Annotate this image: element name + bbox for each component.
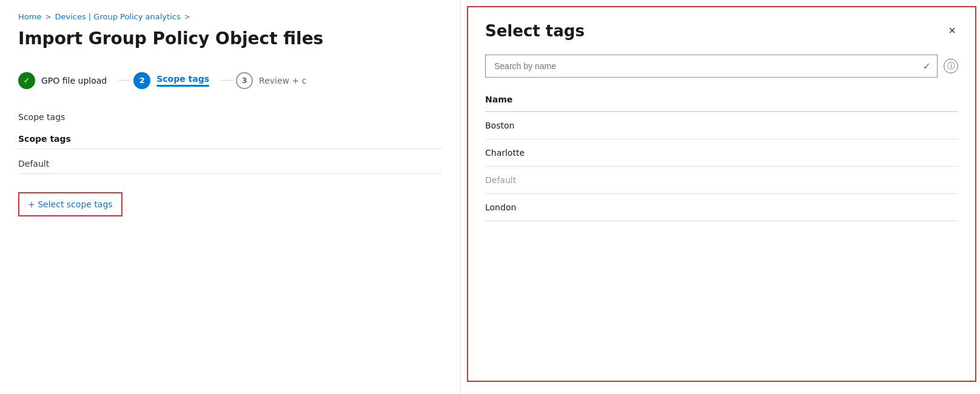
dialog-title: Select tags <box>485 22 585 40</box>
table-header-row: Name <box>485 87 958 112</box>
step1-label: GPO file upload <box>41 76 107 85</box>
step-scope-tags[interactable]: 2 Scope tags <box>133 67 219 94</box>
step2-label-wrapper: Scope tags <box>156 74 209 87</box>
select-scope-tags-button[interactable]: + Select scope tags <box>18 192 122 216</box>
breadcrumb: Home > Devices | Group Policy analytics … <box>18 12 442 21</box>
page-title: Import Group Policy Object files <box>18 28 442 49</box>
breadcrumb-sep1: > <box>45 13 51 21</box>
info-icon[interactable]: ⓘ <box>944 59 958 73</box>
tag-row[interactable]: London <box>485 194 958 221</box>
step-divider-1 <box>119 80 131 81</box>
step-divider-2 <box>221 80 233 81</box>
breadcrumb-sep2: > <box>184 13 190 21</box>
right-panel: Select tags × ✓ ⓘ Name BostonCharlotteDe… <box>461 0 980 394</box>
scope-tags-section: Scope tags Default <box>18 134 442 174</box>
step3-circle: 3 <box>236 72 253 89</box>
breadcrumb-devices[interactable]: Devices | Group Policy analytics <box>55 12 180 21</box>
search-input-wrapper: ✓ <box>485 55 938 78</box>
step1-circle: ✓ <box>18 72 35 89</box>
dialog-header: Select tags × <box>468 7 975 50</box>
step-gpo-upload[interactable]: ✓ GPO file upload <box>18 67 116 94</box>
breadcrumb-home[interactable]: Home <box>18 12 41 21</box>
steps-row: ✓ GPO file upload 2 Scope tags 3 Review … <box>18 67 442 94</box>
dialog-close-button[interactable]: × <box>946 22 958 39</box>
tag-row[interactable]: Default <box>485 167 958 194</box>
tag-row[interactable]: Boston <box>485 112 958 139</box>
step2-underline <box>156 85 209 87</box>
step2-label: Scope tags <box>156 74 209 84</box>
select-tags-dialog: Select tags × ✓ ⓘ Name BostonCharlotteDe… <box>467 6 976 382</box>
step-review[interactable]: 3 Review + c <box>236 67 316 94</box>
dialog-search-row: ✓ ⓘ <box>468 50 975 87</box>
tag-row[interactable]: Charlotte <box>485 139 958 167</box>
left-panel: Home > Devices | Group Policy analytics … <box>0 0 461 394</box>
scope-tags-column-header: Scope tags <box>18 134 442 149</box>
search-input[interactable] <box>486 55 923 77</box>
search-checkmark-icon: ✓ <box>923 61 937 72</box>
scope-tag-default-row: Default <box>18 154 442 174</box>
tag-rows-container: BostonCharlotteDefaultLondon <box>485 112 958 221</box>
step2-circle: 2 <box>133 72 150 89</box>
scope-tags-field-label: Scope tags <box>18 112 442 122</box>
step3-label: Review + c <box>259 76 306 85</box>
dialog-table: Name BostonCharlotteDefaultLondon <box>468 87 975 381</box>
table-header-name: Name <box>485 95 512 104</box>
